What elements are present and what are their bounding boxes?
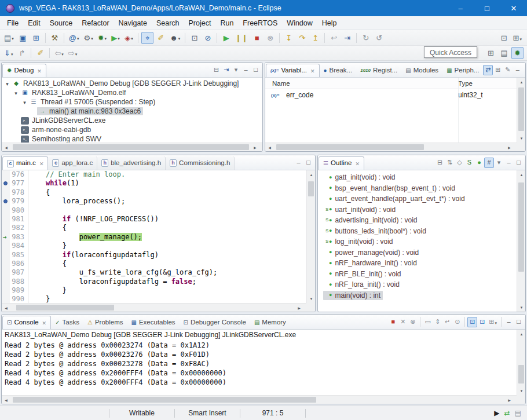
- close-tab-icon[interactable]: [37, 67, 42, 74]
- column-header-name[interactable]: Name: [272, 80, 458, 87]
- tab-debugger-console[interactable]: ⊡Debugger Console: [180, 316, 250, 329]
- step-into-button[interactable]: ↧: [283, 32, 295, 44]
- new-config-button[interactable]: ⚙: [82, 32, 95, 44]
- scroll-left-icon[interactable]: [2, 396, 10, 404]
- hide-non-public-button[interactable]: ●: [474, 158, 484, 168]
- terminate-button[interactable]: ■: [388, 317, 398, 327]
- tab-regist[interactable]: 1010Regist...: [356, 64, 401, 77]
- tab-main-c[interactable]: cmain.c: [2, 156, 48, 170]
- maximize-button[interactable]: □: [522, 65, 526, 75]
- step-return-button[interactable]: ↥: [309, 32, 321, 44]
- scroll-down-icon[interactable]: [517, 134, 526, 143]
- scroll-up-icon[interactable]: [517, 330, 526, 338]
- code-text[interactable]: {: [29, 224, 306, 232]
- hide-static-button[interactable]: S: [464, 158, 474, 168]
- disconnect-button[interactable]: ⊗: [264, 32, 276, 44]
- minimize-window-button[interactable]: –: [447, 0, 474, 16]
- tab-periph[interactable]: ▦Periph...: [442, 64, 483, 77]
- scrollbar-thumb[interactable]: [518, 182, 524, 272]
- tab-break[interactable]: ●Break...: [320, 64, 357, 77]
- run-launch-button[interactable]: ▶: [109, 32, 122, 44]
- minimize-button[interactable]: –: [504, 158, 514, 168]
- console-output[interactable]: Read 2 bytes @ address 0x00023274 (Data …: [2, 340, 517, 395]
- edit-variable-button[interactable]: ✎: [503, 65, 513, 75]
- close-tab-icon[interactable]: [355, 160, 360, 167]
- outline-item[interactable]: ●uart_event_handle(app_uart_evt_t*) : vo…: [318, 193, 525, 204]
- maximize-button[interactable]: □: [514, 317, 524, 327]
- expand-arrow-icon[interactable]: [21, 98, 28, 106]
- maximize-window-button[interactable]: □: [474, 0, 500, 16]
- outline-vertical-scrollbar[interactable]: [517, 170, 525, 312]
- tab-tasks[interactable]: ✓Tasks: [51, 316, 83, 329]
- save-button[interactable]: ▣: [17, 32, 29, 44]
- maximize-button[interactable]: □: [303, 158, 313, 168]
- minimize-button[interactable]: –: [241, 65, 251, 75]
- scroll-right-icon[interactable]: [508, 143, 517, 152]
- scroll-right-icon[interactable]: [508, 396, 517, 404]
- variable-row[interactable]: err_codeuint32_t: [265, 89, 525, 101]
- breakpoint-icon[interactable]: [3, 181, 8, 185]
- column-header-type[interactable]: Type: [458, 80, 473, 87]
- drop-to-frame-button[interactable]: ↩: [328, 32, 340, 44]
- maximize-button[interactable]: □: [251, 65, 261, 75]
- back-button[interactable]: ⇦: [53, 47, 65, 59]
- close-tab-icon[interactable]: [39, 160, 44, 167]
- skip-breakpoints-button[interactable]: ⊘: [202, 32, 214, 44]
- debug-tree-item[interactable]: ▣RAK813_LoRaWAN_Demo.elf: [2, 88, 262, 97]
- debug-tree-item[interactable]: ◆RAK813_LoRaWAN_Demo Debug [GDB SEGGER J…: [2, 79, 262, 88]
- tab-ble-advertising-h[interactable]: hble_advertising.h: [97, 156, 166, 170]
- tab-app-lora-c[interactable]: capp_lora.c: [48, 156, 97, 170]
- remove-all-launches-button[interactable]: ⊗: [408, 317, 418, 327]
- word-wrap-button[interactable]: ↵: [442, 317, 452, 327]
- sort-button[interactable]: ⇅: [445, 158, 455, 168]
- scrollbar-thumb[interactable]: [518, 365, 524, 384]
- code-text[interactable]: u_fs_write_lora_cfg(&g_lora_cfg);: [29, 268, 306, 277]
- code-text[interactable]: if (!NRF_LOG_PROCESS()): [29, 215, 306, 224]
- outline-item[interactable]: ●nRF_hardware_init() : void: [318, 258, 525, 269]
- display-view-button[interactable]: ⊡: [188, 32, 200, 44]
- breakpoint-icon[interactable]: [3, 199, 8, 203]
- code-text[interactable]: }: [29, 295, 306, 303]
- remove-launch-button[interactable]: ✕: [398, 317, 408, 327]
- scroll-down-icon[interactable]: [517, 386, 526, 395]
- menu-freertos[interactable]: FreeRTOS: [238, 17, 282, 29]
- highlight-selection-button[interactable]: ✐: [34, 47, 46, 59]
- collapse-all-button[interactable]: ⊟: [211, 65, 221, 75]
- code-text[interactable]: power_manage();: [29, 233, 306, 242]
- scroll-down-icon[interactable]: [517, 303, 526, 312]
- show-logical-structure-button[interactable]: ⇄: [483, 65, 493, 75]
- link-with-editor-button[interactable]: #: [484, 158, 494, 168]
- instruction-mode-button[interactable]: ⇥: [221, 65, 231, 75]
- variables-horizontal-scrollbar[interactable]: [265, 143, 517, 151]
- reset-target-button[interactable]: ↺: [373, 32, 385, 44]
- scrollbar-thumb[interactable]: [16, 305, 114, 311]
- scrollbar-thumb[interactable]: [518, 87, 524, 131]
- editor-window-button[interactable]: ⊡: [498, 32, 510, 44]
- tab-executables[interactable]: ▦Executables: [127, 316, 179, 329]
- forward-button[interactable]: ⇨: [67, 47, 79, 59]
- debug-tree-item[interactable]: >_JLinkGDBServerCL.exe: [2, 116, 262, 125]
- outline-item[interactable]: ●nRF_lora_init() : void: [318, 279, 525, 290]
- menu-search[interactable]: Search: [152, 17, 184, 29]
- scroll-right-icon[interactable]: [254, 143, 262, 152]
- open-console-button[interactable]: ⊞: [487, 317, 499, 327]
- code-editor[interactable]: 976 // Enter main loop.977 while(1)978 {…: [2, 170, 306, 303]
- expand-arrow-icon[interactable]: [12, 89, 20, 97]
- resume-button[interactable]: ▶: [220, 32, 232, 44]
- build-all-button[interactable]: ⚒: [49, 32, 61, 44]
- tab-commissioning-h[interactable]: hCommissioning.h: [166, 156, 235, 170]
- debug-tree-item[interactable]: ☰Thread #1 57005 (Suspended : Step): [2, 97, 262, 107]
- outline-item[interactable]: S●advertising_init(void) : void: [318, 215, 525, 226]
- scroll-left-icon[interactable]: [2, 143, 10, 152]
- outline-item[interactable]: S●log_init(void) : void: [318, 236, 525, 247]
- view-menu-button[interactable]: ▾: [494, 158, 504, 168]
- code-text[interactable]: // Enter main loop.: [29, 170, 306, 179]
- outline-item[interactable]: ●main(void) : int: [318, 290, 525, 301]
- cpp-perspective-button[interactable]: ▤: [498, 47, 510, 59]
- quick-access-button[interactable]: Quick Access: [424, 46, 477, 58]
- minimize-button[interactable]: –: [294, 158, 303, 168]
- scrollbar-thumb[interactable]: [13, 144, 248, 150]
- scroll-right-icon[interactable]: [298, 304, 306, 312]
- menu-file[interactable]: File: [2, 17, 23, 29]
- code-text[interactable]: lora_process();: [29, 197, 306, 206]
